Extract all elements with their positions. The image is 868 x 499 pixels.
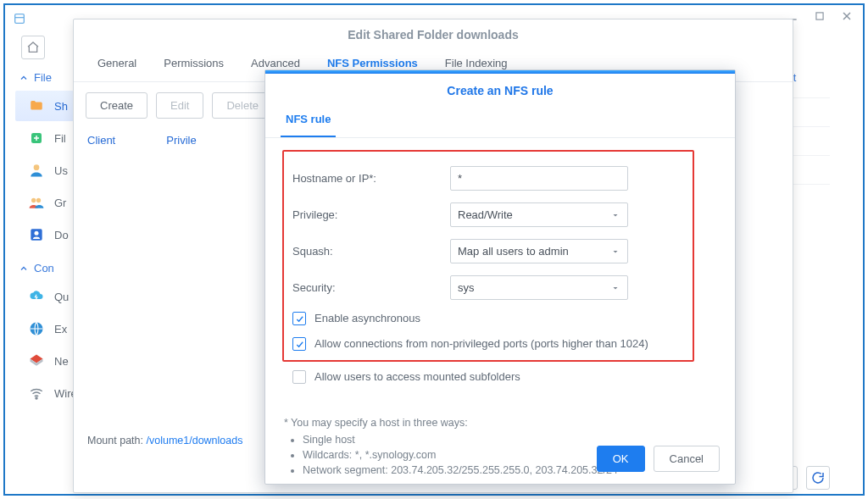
security-select[interactable]: sys: [450, 275, 628, 300]
contacts-icon: [27, 226, 46, 243]
hostname-label: Hostname or IP*:: [292, 172, 437, 185]
modal-footer: OK Cancel: [597, 446, 720, 472]
squash-select[interactable]: Map all users to admin: [450, 239, 628, 263]
window-controls: [783, 7, 856, 25]
modal-title: Create an NFS rule: [265, 74, 735, 104]
squash-value: Map all users to admin: [458, 245, 569, 258]
col-client: Client: [87, 134, 115, 147]
tab-permissions[interactable]: Permissions: [152, 48, 236, 81]
sidebar-item-label: Fil: [54, 132, 66, 145]
sidebar-section-label: File: [34, 71, 52, 84]
checkbox-async[interactable]: [292, 312, 306, 325]
group-icon: [27, 194, 46, 211]
nfs-rule-form: Hostname or IP*: Privilege: Read/Write S…: [265, 138, 735, 391]
mount-path: Mount path: /volume1/downloads: [87, 435, 242, 446]
svg-point-7: [34, 164, 40, 170]
wifi-icon: [27, 385, 46, 402]
sidebar-item-label: Sh: [54, 100, 68, 113]
sidebar-item-label: Us: [54, 164, 68, 177]
svg-rect-0: [15, 14, 25, 24]
home-button[interactable]: [21, 36, 45, 59]
svg-point-11: [35, 231, 39, 236]
network-icon: [27, 352, 46, 369]
security-label: Security:: [292, 281, 437, 294]
privilege-value: Read/Write: [458, 208, 513, 221]
globe-icon: [27, 320, 46, 337]
dialog-title: Edit Shared Folder downloads: [74, 19, 793, 48]
maximize-icon[interactable]: [810, 7, 829, 25]
svg-point-9: [36, 198, 41, 202]
app-icon: [10, 9, 29, 28]
sidebar-item-label: Do: [54, 229, 69, 241]
sidebar-section-label: Con: [34, 262, 54, 274]
edit-button[interactable]: Edit: [156, 92, 203, 119]
mount-path-label: Mount path:: [87, 435, 143, 446]
svg-point-13: [36, 397, 37, 399]
security-value: sys: [458, 281, 475, 294]
ok-button[interactable]: OK: [597, 446, 645, 472]
refresh-button[interactable]: [806, 466, 830, 490]
sidebar-item-label: Ex: [54, 323, 67, 335]
sidebar-item-label: Gr: [54, 197, 66, 209]
checkbox-nonpriv-label: Allow connections from non-privileged po…: [314, 337, 648, 350]
checkbox-subfolders-label: Allow users to access mounted subfolders: [314, 370, 520, 383]
svg-rect-3: [816, 13, 823, 19]
mount-path-value: /volume1/downloads: [147, 435, 243, 446]
checkbox-subfolders[interactable]: [292, 370, 306, 384]
create-nfs-rule-dialog: Create an NFS rule NFS rule Hostname or …: [264, 69, 736, 485]
sidebar-item-label: Qu: [54, 291, 69, 303]
folder-share-icon: [27, 97, 46, 114]
cloud-bolt-icon: [27, 288, 46, 305]
checkbox-async-label: Enable asynchronous: [314, 312, 420, 324]
privilege-label: Privilege:: [292, 208, 437, 221]
hostname-input[interactable]: [450, 166, 628, 191]
close-icon[interactable]: [837, 7, 856, 25]
form-highlight-box: Hostname or IP*: Privilege: Read/Write S…: [282, 150, 694, 362]
modal-tabbar: NFS rule: [265, 104, 735, 138]
tab-nfs-rule[interactable]: NFS rule: [281, 104, 336, 137]
checkbox-nonpriv-ports[interactable]: [292, 337, 306, 351]
svg-point-8: [31, 198, 36, 202]
privilege-select[interactable]: Read/Write: [450, 202, 628, 227]
squash-label: Squash:: [292, 245, 437, 258]
file-sync-icon: [27, 130, 46, 147]
sidebar-item-label: Ne: [54, 355, 69, 368]
help-title: * You may specify a host in three ways:: [284, 417, 716, 429]
col-privilege: Privile: [166, 134, 196, 147]
create-button[interactable]: Create: [86, 92, 147, 119]
user-icon: [27, 162, 46, 179]
cancel-button[interactable]: Cancel: [654, 446, 720, 472]
tab-general[interactable]: General: [86, 48, 148, 81]
